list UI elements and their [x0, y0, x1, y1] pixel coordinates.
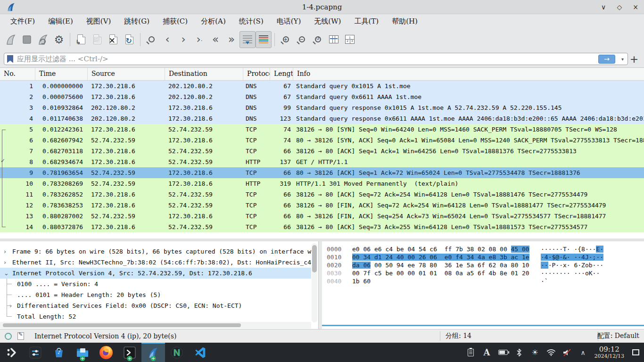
- close-button[interactable]: ×: [630, 1, 641, 13]
- restart-capture-button[interactable]: [35, 31, 51, 48]
- column-header-source[interactable]: Source: [88, 68, 165, 80]
- detail-line-0[interactable]: ›Frame 9: 66 bytes on wire (528 bits), 6…: [0, 246, 311, 257]
- packet-row-9[interactable]: 90.78196365452.74.232.59172.30.218.6TCP6…: [0, 167, 644, 178]
- packet-row-12[interactable]: 120.783638253172.30.218.652.74.232.59TCP…: [0, 200, 644, 211]
- menu-item-9[interactable]: 工具(T): [347, 16, 385, 27]
- display-filter-input[interactable]: 应用显示过滤器 ... <Ctrl-/> → ▾: [4, 53, 628, 65]
- clock[interactable]: 09:12 2024/12/13: [594, 346, 624, 359]
- detail-line-1[interactable]: ›Ethernet II, Src: NewH3CTechno_7b:38:02…: [0, 257, 311, 268]
- expander-icon[interactable]: ›: [4, 257, 6, 268]
- taskbar-discover[interactable]: [47, 343, 71, 362]
- packet-row-5[interactable]: 50.012242361172.30.218.652.74.232.59TCP7…: [0, 124, 644, 135]
- taskbar-system-settings[interactable]: [24, 343, 47, 362]
- packet-row-7[interactable]: 70.682703118172.30.218.652.74.232.59TCP6…: [0, 146, 644, 156]
- menu-item-3[interactable]: 跳转(G): [117, 16, 156, 27]
- clipboard-icon[interactable]: [466, 347, 476, 358]
- taskbar-file-manager[interactable]: +: [71, 343, 94, 362]
- hex-row-0030[interactable]: 003000 7f c5 be 00 00 01 01 08 0a a5 6f …: [327, 269, 644, 277]
- detail-vertical-scrollbar[interactable]: [312, 243, 317, 322]
- detail-line-3[interactable]: 0100 .... = Version: 4: [0, 279, 311, 289]
- menu-item-2[interactable]: 视图(V): [80, 16, 118, 27]
- detail-line-2[interactable]: ⌄Internet Protocol Version 4, Src: 52.74…: [0, 268, 311, 279]
- capture-options-button[interactable]: ⚙: [51, 31, 67, 48]
- detail-line-6[interactable]: Total Length: 52: [0, 311, 311, 322]
- column-header-length[interactable]: Length: [270, 68, 293, 80]
- resize-columns-button[interactable]: [326, 31, 342, 48]
- zoom-out-button[interactable]: −: [294, 31, 310, 48]
- close-file-button[interactable]: ✕: [105, 31, 121, 48]
- go-back-button[interactable]: ‹: [159, 31, 175, 48]
- column-header-info[interactable]: Info: [293, 68, 644, 80]
- stop-capture-button[interactable]: [19, 31, 35, 48]
- go-to-packet-button[interactable]: ›·: [191, 31, 207, 48]
- packet-row-3[interactable]: 30.010932864202.120.80.2172.30.218.6DNS9…: [0, 102, 644, 113]
- detail-line-5[interactable]: ›Differentiated Services Field: 0x00 (DS…: [0, 300, 311, 311]
- find-packet-button[interactable]: [143, 31, 159, 48]
- zoom-in-button[interactable]: +: [278, 31, 294, 48]
- capture-comment-icon[interactable]: [17, 332, 24, 340]
- packet-row-6[interactable]: 60.68260794252.74.232.59172.30.218.6TCP7…: [0, 135, 644, 146]
- taskbar-neovim[interactable]: [165, 343, 189, 362]
- save-file-button[interactable]: 010101100011: [89, 31, 105, 48]
- hex-row-0010[interactable]: 001000 34 d1 24 40 00 26 06 e0 f4 34 4a …: [327, 253, 644, 261]
- menu-item-8[interactable]: 无线(W): [307, 16, 347, 27]
- detail-line-4[interactable]: .... 0101 = Header Length: 20 bytes (5): [0, 289, 311, 300]
- menu-item-4[interactable]: 捕获(C): [156, 16, 194, 27]
- packet-row-8[interactable]: 80.682934674172.30.218.652.74.232.59HTTP…: [0, 156, 644, 167]
- filter-bookmark-icon[interactable]: [7, 55, 13, 63]
- taskbar-wireshark[interactable]: +: [141, 343, 165, 362]
- menu-item-5[interactable]: 分析(A): [194, 16, 232, 27]
- expander-icon[interactable]: ⌄: [4, 268, 9, 279]
- detail-horizontal-scrollbar[interactable]: [0, 322, 311, 329]
- filter-dropdown-caret-icon[interactable]: ▾: [621, 57, 624, 62]
- bluetooth-icon[interactable]: [514, 347, 524, 358]
- taskbar-firefox[interactable]: [94, 343, 118, 362]
- taskbar-terminal[interactable]: +: [118, 343, 141, 362]
- packet-row-2[interactable]: 20.000075600172.30.218.6202.120.80.2DNS6…: [0, 91, 644, 102]
- wifi-icon[interactable]: [546, 347, 556, 358]
- colorize-button[interactable]: [256, 31, 272, 48]
- menu-item-10[interactable]: 帮助(H): [385, 16, 424, 27]
- menu-item-6[interactable]: 统计(S): [232, 16, 270, 27]
- packet-row-4[interactable]: 40.011740638202.120.80.2172.30.218.6DNS1…: [0, 113, 644, 124]
- menu-item-0[interactable]: 文件(F): [4, 16, 41, 27]
- go-first-button[interactable]: «: [207, 31, 223, 48]
- auto-scroll-button[interactable]: [239, 31, 256, 48]
- column-header-no[interactable]: No.: [0, 68, 35, 80]
- packet-row-1[interactable]: 10.000000000172.30.218.6202.120.80.2DNS6…: [0, 81, 644, 91]
- maximize-button[interactable]: ◇: [614, 1, 625, 13]
- go-last-button[interactable]: »: [223, 31, 239, 48]
- expander-icon[interactable]: ›: [4, 246, 6, 257]
- packet-row-10[interactable]: 100.78320826952.74.232.59172.30.218.6HTT…: [0, 178, 644, 189]
- apply-filter-button[interactable]: →: [598, 55, 615, 64]
- menu-item-1[interactable]: 编辑(E): [41, 16, 80, 27]
- zoom-reset-button[interactable]: ↺: [310, 31, 326, 48]
- packet-row-11[interactable]: 110.783262852172.30.218.652.74.232.59TCP…: [0, 189, 644, 200]
- column-header-protocol[interactable]: Protocol: [243, 68, 270, 80]
- menu-item-7[interactable]: 电话(Y): [270, 16, 308, 27]
- reload-file-button[interactable]: ↻: [121, 31, 137, 48]
- start-capture-button[interactable]: [3, 31, 19, 48]
- battery-icon[interactable]: [498, 347, 508, 358]
- minimize-button[interactable]: ∨: [598, 1, 609, 13]
- input-method-icon[interactable]: A: [482, 347, 492, 358]
- packet-row-13[interactable]: 130.88028700252.74.232.59172.30.218.6TCP…: [0, 211, 644, 222]
- column-header-time[interactable]: Time: [35, 68, 88, 80]
- expander-icon[interactable]: ›: [9, 300, 12, 311]
- packet-row-14[interactable]: 140.880372876172.30.218.652.74.232.59TCP…: [0, 222, 644, 232]
- open-file-button[interactable]: ↳: [73, 31, 89, 48]
- show-desktop-button[interactable]: [631, 347, 640, 358]
- layout-columns-button[interactable]: 123: [342, 31, 358, 48]
- hex-row-0000[interactable]: 0000e0 06 e6 c4 be 04 54 c6 ff 7b 38 02 …: [327, 245, 644, 253]
- expert-info-icon[interactable]: [5, 333, 12, 340]
- hex-row-0020[interactable]: 0020da 06 00 50 94 ee 78 80 36 1e 5a 6f …: [327, 261, 644, 269]
- tray-expand-icon[interactable]: ∧: [578, 347, 588, 358]
- column-header-destination[interactable]: Destination: [165, 68, 243, 80]
- volume-muted-icon[interactable]: [562, 347, 572, 358]
- taskbar-vscode[interactable]: [189, 343, 212, 362]
- brightness-icon[interactable]: ☀: [530, 347, 540, 358]
- hex-row-0040[interactable]: 00401b 60·`: [327, 277, 644, 285]
- add-filter-button[interactable]: +: [628, 53, 640, 65]
- taskbar-app-launcher[interactable]: [0, 343, 24, 362]
- status-profile[interactable]: 配置: Default: [597, 332, 639, 340]
